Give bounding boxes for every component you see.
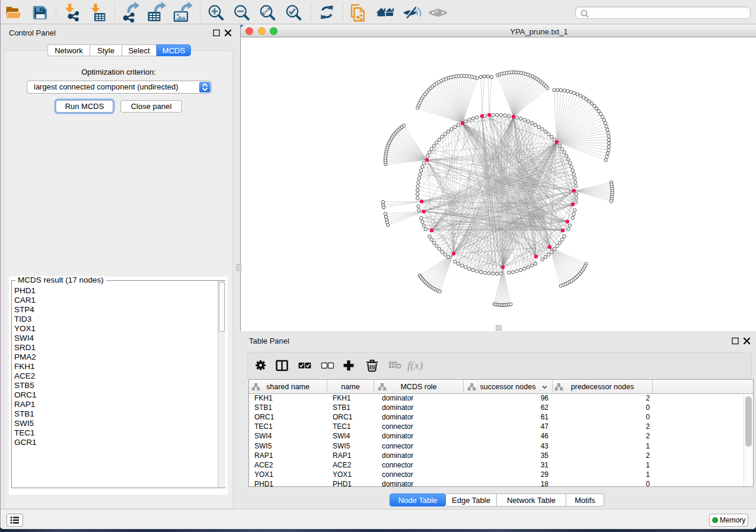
svg-text:f(x): f(x) bbox=[407, 359, 423, 372]
